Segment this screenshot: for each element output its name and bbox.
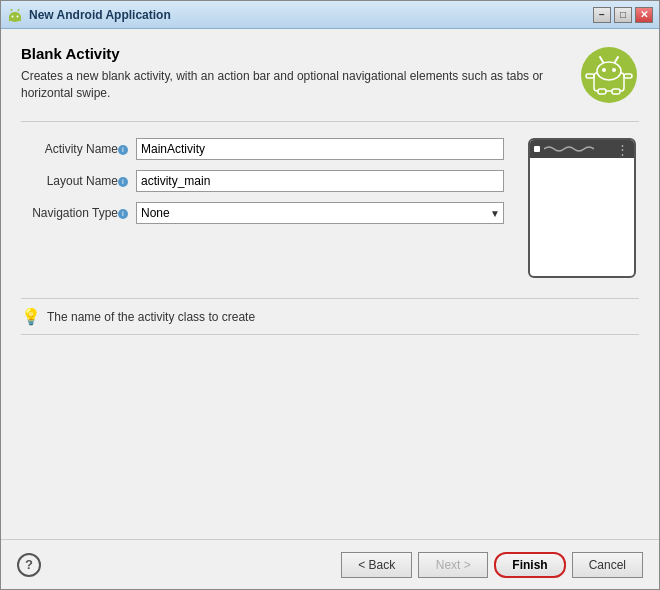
top-divider: [21, 121, 639, 122]
svg-rect-17: [598, 89, 606, 94]
dialog-title: Blank Activity: [21, 45, 569, 62]
window-title: New Android Application: [29, 8, 593, 22]
main-window: New Android Application − □ ✕ Blank Acti…: [0, 0, 660, 590]
form-area: Activity Namei Layout Namei Navigation T…: [21, 138, 504, 234]
window-controls: − □ ✕: [593, 7, 653, 23]
layout-name-label: Layout Namei: [21, 174, 136, 188]
hint-bulb-icon: 💡: [21, 307, 41, 326]
phone-frame: ⋮: [528, 138, 636, 278]
activity-name-row: Activity Namei: [21, 138, 504, 160]
svg-line-4: [11, 9, 12, 11]
activity-name-label: Activity Namei: [21, 142, 136, 156]
navigation-type-wrapper: None Tabs Swipe Dropdown ▼: [136, 202, 504, 224]
form-preview-row: Activity Namei Layout Namei Navigation T…: [21, 138, 639, 278]
phone-preview: ⋮: [524, 138, 639, 278]
header-section: Blank Activity Creates a new blank activ…: [21, 45, 639, 105]
android-title-icon: [7, 7, 23, 23]
layout-name-row: Layout Namei: [21, 170, 504, 192]
minimize-button[interactable]: −: [593, 7, 611, 23]
next-button[interactable]: Next >: [418, 552, 488, 578]
svg-rect-18: [612, 89, 620, 94]
svg-point-11: [602, 68, 606, 72]
bottom-bar: ? < Back Next > Finish Cancel: [1, 539, 659, 589]
svg-rect-7: [20, 16, 22, 21]
header-text: Blank Activity Creates a new blank activ…: [21, 45, 569, 102]
cancel-button[interactable]: Cancel: [572, 552, 643, 578]
finish-button[interactable]: Finish: [494, 552, 565, 578]
help-button[interactable]: ?: [17, 553, 41, 577]
phone-body: [530, 158, 634, 166]
maximize-button[interactable]: □: [614, 7, 632, 23]
hint-section: 💡 The name of the activity class to crea…: [21, 298, 639, 335]
phone-menu-dots: ⋮: [616, 142, 630, 157]
svg-point-2: [12, 15, 14, 17]
phone-status-bar: ⋮: [530, 140, 634, 158]
content-spacer: [21, 345, 639, 529]
svg-point-3: [17, 15, 19, 17]
phone-status-dot: [534, 146, 540, 152]
android-logo: [579, 45, 639, 105]
phone-wavy-svg: [544, 144, 594, 154]
hint-text: The name of the activity class to create: [47, 310, 255, 324]
phone-wavy-area: [544, 144, 616, 154]
layout-name-input[interactable]: [136, 170, 504, 192]
activity-name-input[interactable]: [136, 138, 504, 160]
navigation-type-select[interactable]: None Tabs Swipe Dropdown: [136, 202, 504, 224]
svg-rect-1: [9, 16, 21, 21]
svg-rect-6: [9, 16, 11, 21]
navigation-type-label: Navigation Typei: [21, 206, 136, 220]
navigation-type-info-dot: i: [118, 209, 128, 219]
svg-point-12: [612, 68, 616, 72]
back-button[interactable]: < Back: [341, 552, 412, 578]
title-bar: New Android Application − □ ✕: [1, 1, 659, 29]
close-button[interactable]: ✕: [635, 7, 653, 23]
dialog-description: Creates a new blank activity, with an ac…: [21, 68, 569, 102]
bottom-buttons: < Back Next > Finish Cancel: [341, 552, 643, 578]
svg-point-10: [597, 62, 621, 80]
activity-name-info-dot: i: [118, 145, 128, 155]
svg-line-5: [18, 9, 19, 11]
svg-rect-16: [624, 74, 632, 78]
svg-rect-15: [586, 74, 594, 78]
navigation-type-row: Navigation Typei None Tabs Swipe Dropdow…: [21, 202, 504, 224]
layout-name-info-dot: i: [118, 177, 128, 187]
dialog-content: Blank Activity Creates a new blank activ…: [1, 29, 659, 539]
